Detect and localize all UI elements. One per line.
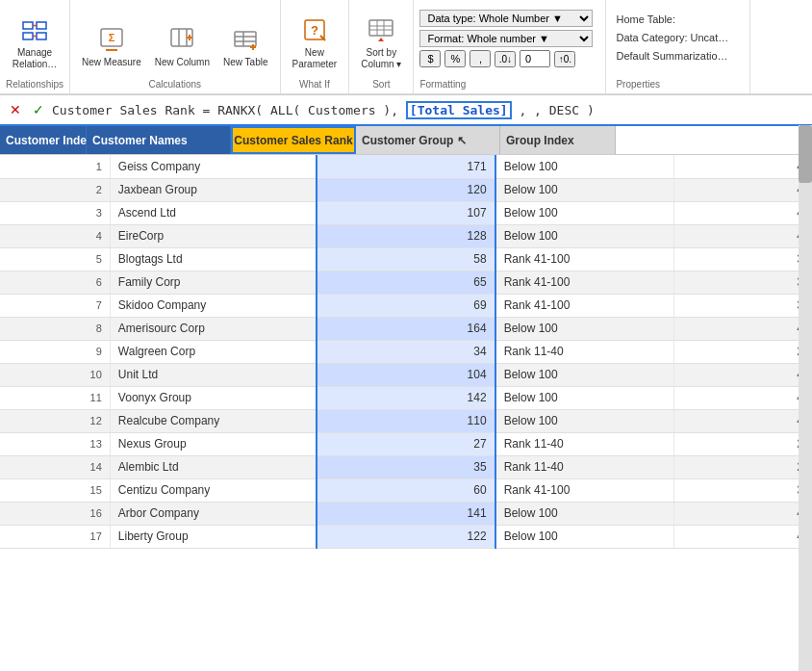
ribbon-group-relationships: ManageRelation… Relationships [0,0,70,93]
percent-button[interactable]: % [444,50,466,67]
calculations-items: Σ New Measure [76,4,273,77]
comma-button[interactable]: , [469,50,491,67]
whatif-items: ? NewParameter [287,4,343,77]
cell-index: 4 [0,224,110,247]
relationships-group-label: Relationships [6,79,63,93]
cell-index: 12 [0,409,110,432]
cell-rank: 142 [317,386,495,409]
cell-index: 15 [0,478,110,502]
cell-name: Ascend Ltd [110,201,316,224]
cell-rank: 122 [317,525,495,548]
cell-group-index: 2 [673,340,811,363]
ribbon-top: ManageRelation… Relationships Σ [0,0,812,94]
sort-group-label: Sort [372,79,390,93]
formula-bar: ✕ ✓ Customer Sales Rank = RANKX( ALL( Cu… [0,95,812,126]
manage-relationships-button[interactable]: ManageRelation… [7,12,63,73]
cell-group: Below 100 [495,409,674,432]
cell-rank: 27 [317,432,495,455]
cell-group: Rank 11-40 [495,340,674,363]
col-header-group-index[interactable]: Group Index [500,126,616,154]
cell-group-index: 4 [673,201,811,224]
cell-index: 17 [0,525,110,548]
new-table-label: New Table [223,57,268,68]
cell-group: Rank 41-100 [495,294,674,317]
cell-group: Below 100 [495,178,674,201]
cell-rank: 58 [317,247,495,271]
col-header-customer-sales-rank[interactable]: Customer Sales Rank [231,126,356,154]
cell-group-index: 2 [673,455,811,478]
increase-decimal-button[interactable]: ↑0. [554,51,575,67]
table-row: 16Arbor Company141Below 1004 [0,502,812,525]
cell-group-index: 4 [673,178,811,201]
cell-rank: 69 [317,294,495,317]
whatif-group-label: What If [299,79,330,93]
cell-name: Family Corp [110,271,316,294]
properties-group-label: Properties [616,79,660,93]
formula-cancel-button[interactable]: ✕ [6,100,25,119]
new-measure-label: New Measure [82,57,141,68]
ribbon-group-properties: Home Table: Data Category: Uncat… Defaul… [606,0,750,93]
new-column-icon [166,24,197,55]
formatting-group-label: Formatting [419,79,466,93]
cell-rank: 65 [317,271,495,294]
cell-group: Rank 41-100 [495,271,674,294]
new-measure-button[interactable]: Σ New Measure [76,19,147,73]
decrease-decimal-button[interactable]: .0↓ [495,51,516,67]
table-row: 10Unit Ltd104Below 1004 [0,363,812,386]
table-row: 1Geiss Company171Below 1004 [0,155,812,178]
cell-name: Voonyx Group [110,386,316,409]
formula-confirm-button[interactable]: ✓ [29,100,48,119]
ribbon: ManageRelation… Relationships Σ [0,0,812,95]
cell-rank: 128 [317,224,495,247]
sort-by-column-button[interactable]: Sort byColumn ▾ [355,12,407,73]
formula-end: , , DESC ) [519,103,594,117]
cell-group-index: 4 [673,409,811,432]
cell-group-index: 2 [673,432,811,455]
svg-text:?: ? [311,23,318,38]
svg-rect-14 [235,32,256,46]
formula-text: Customer Sales Rank = RANKX( ALL( Custom… [52,103,806,117]
cell-index: 2 [0,178,110,201]
cell-group-index: 3 [673,294,811,317]
cell-index: 13 [0,432,110,455]
currency-button[interactable]: $ [419,50,441,67]
column-headers: Customer Index Customer Names Customer S… [0,126,812,155]
new-column-button[interactable]: New Column [149,19,216,73]
table-row: 14Alembic Ltd35Rank 11-402 [0,455,812,478]
new-column-label: New Column [155,57,210,68]
cell-index: 1 [0,155,110,178]
new-table-button[interactable]: New Table [217,19,274,73]
table-row: 5Blogtags Ltd58Rank 41-1003 [0,247,812,271]
format-dropdown[interactable]: Format: Whole number ▼ [419,30,593,47]
cell-group-index: 4 [673,224,811,247]
table-row: 11Voonyx Group142Below 1004 [0,386,812,409]
col-header-customer-index[interactable]: Customer Index [0,126,87,154]
cell-name: Liberty Group [110,525,316,548]
cell-group-index: 4 [673,386,811,409]
decimal-input[interactable] [520,50,550,67]
default-summarization-label: Default Summarizatio… [616,50,728,62]
data-table: 1Geiss Company171Below 10042Jaxbean Grou… [0,155,812,671]
cell-index: 8 [0,317,110,340]
sort-by-column-icon [366,14,396,45]
svg-rect-0 [23,22,33,29]
cell-index: 10 [0,363,110,386]
cell-name: Unit Ltd [110,363,316,386]
cell-group: Rank 41-100 [495,478,674,502]
data-type-dropdown[interactable]: Data type: Whole Number ▼ [419,10,593,27]
table-row: 7Skidoo Company69Rank 41-1003 [0,294,812,317]
col-header-customer-group[interactable]: Customer Group ↖ [356,126,500,154]
cell-rank: 164 [317,317,495,340]
cell-name: Alembic Ltd [110,455,316,478]
cell-name: EireCorp [110,224,316,247]
sort-items: Sort byColumn ▾ [355,4,407,77]
cell-rank: 35 [317,455,495,478]
new-parameter-button[interactable]: ? NewParameter [287,12,343,73]
scroll-thumb[interactable] [799,125,812,183]
col-header-customer-names[interactable]: Customer Names [87,126,231,154]
vertical-scrollbar[interactable] [799,125,812,671]
cell-name: Nexus Group [110,432,316,455]
formula-highlight: [Total Sales] [406,101,512,119]
ribbon-group-calculations: Σ New Measure [70,0,280,93]
table-row: 2Jaxbean Group120Below 1004 [0,178,812,201]
